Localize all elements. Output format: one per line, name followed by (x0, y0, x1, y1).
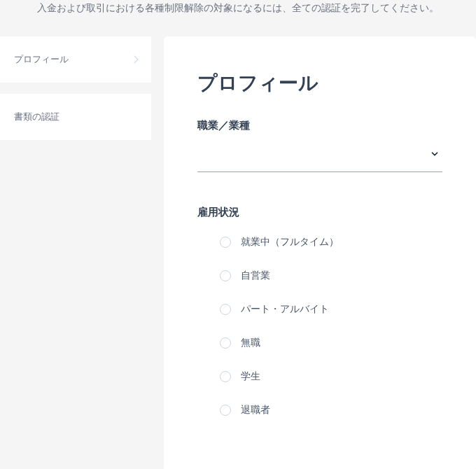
sidebar-item-label: 書類の認証 (14, 111, 59, 123)
employment-radio-group: 就業中（フルタイム） 自営業 パート・アルバイト 無職 学生 退職者 (197, 236, 442, 416)
main-container: プロフィール 書類の認証 プロフィール 職業／業種 雇用状況 就業中（フルタイム… (0, 36, 476, 469)
radio-circle-icon (220, 405, 231, 416)
chevron-right-icon (130, 56, 138, 64)
radio-label: 就業中（フルタイム） (241, 236, 339, 248)
sidebar-item-documents[interactable]: 書類の認証 (0, 94, 151, 140)
radio-label: 学生 (241, 370, 260, 383)
radio-item-student[interactable]: 学生 (220, 370, 442, 383)
sidebar-item-label: プロフィール (14, 53, 69, 66)
main-card: プロフィール 職業／業種 雇用状況 就業中（フルタイム） 自営業 パート・アル (164, 36, 476, 469)
employment-label: 雇用状況 (197, 206, 442, 219)
radio-item-parttime[interactable]: パート・アルバイト (220, 303, 442, 316)
occupation-select[interactable] (197, 149, 442, 172)
radio-item-selfemployed[interactable]: 自営業 (220, 270, 442, 282)
radio-label: パート・アルバイト (241, 303, 329, 316)
radio-circle-icon (220, 371, 231, 382)
occupation-value (197, 149, 442, 163)
radio-circle-icon (220, 270, 231, 281)
occupation-label: 職業／業種 (197, 119, 442, 132)
radio-item-unemployed[interactable]: 無職 (220, 337, 442, 349)
header-notice: 入金および取引における各種制限解除の対象になるには、全ての認証を完了してください… (0, 0, 476, 36)
page-title: プロフィール (197, 70, 442, 97)
sidebar-item-profile[interactable]: プロフィール (0, 36, 151, 83)
radio-circle-icon (220, 337, 231, 349)
radio-item-retired[interactable]: 退職者 (220, 404, 442, 416)
radio-circle-icon (220, 237, 231, 248)
radio-label: 自営業 (241, 270, 270, 282)
radio-item-fulltime[interactable]: 就業中（フルタイム） (220, 236, 442, 248)
radio-label: 無職 (241, 337, 260, 349)
radio-label: 退職者 (241, 404, 270, 416)
radio-circle-icon (220, 304, 231, 315)
sidebar: プロフィール 書類の認証 (0, 36, 151, 469)
chevron-down-icon (430, 149, 440, 159)
